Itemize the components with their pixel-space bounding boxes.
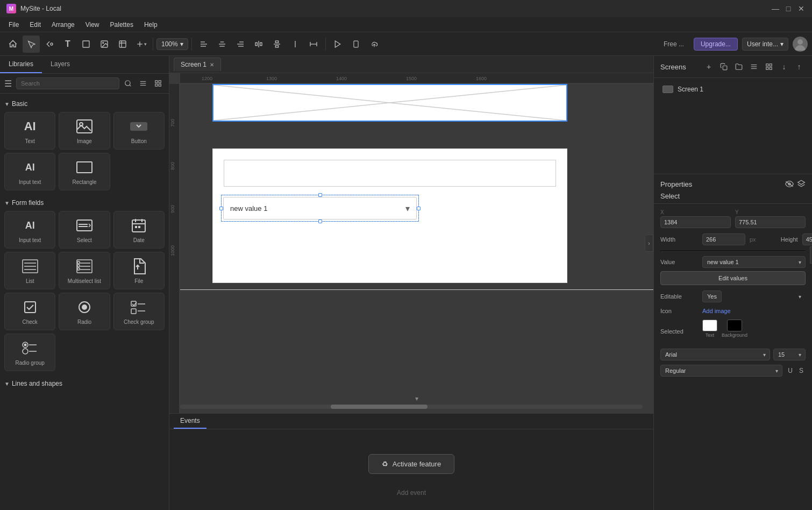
screen-item-1[interactable]: Screen 1 [658,82,808,96]
select-tool-button[interactable] [23,36,40,53]
activate-feature-button[interactable]: ♻ Activate feature [368,454,454,474]
close-button[interactable]: ✕ [797,4,806,13]
canvas-input-field[interactable] [224,160,556,187]
component-multiselect[interactable]: Multiselect list [59,252,110,289]
align-v-center-button[interactable] [287,36,304,53]
handle-left-middle[interactable] [219,207,223,210]
tab-libraries[interactable]: Libraries [0,56,42,73]
svg-rect-61 [77,265,80,267]
component-file[interactable]: File [113,252,165,289]
section-basic[interactable]: ▼ Basic [4,98,165,112]
tab-close-button[interactable]: ✕ [210,62,214,68]
upgrade-button[interactable]: Upgrade... [694,38,738,51]
menu-arrange[interactable]: Arrange [47,19,79,30]
editable-select[interactable]: Yes No [702,291,722,302]
prop-eye-button[interactable] [785,180,794,189]
handle-top-center[interactable] [318,193,322,197]
list-screens-button[interactable] [747,60,760,73]
canvas-horizontal-scrollbar[interactable] [180,405,643,409]
move-up-button[interactable]: ↑ [793,60,806,73]
draw-tool-button[interactable] [41,36,58,53]
right-panel-collapse[interactable]: › [645,235,653,252]
section-form-fields[interactable]: ▼ Form fields [4,197,165,211]
duplicate-screen-button[interactable] [717,60,730,73]
align-stretch-button[interactable] [305,36,322,53]
component-check[interactable]: Check [4,293,55,330]
menu-help[interactable]: Help [140,19,162,30]
align-right-button[interactable] [232,36,249,53]
bottom-panel: Events ♻ Activate feature Add event [169,413,653,510]
maximize-button[interactable]: □ [784,4,793,13]
grid-view-button[interactable] [152,77,165,90]
search-button[interactable] [122,77,134,90]
width-input[interactable] [702,233,745,245]
canvas-scroll-area[interactable]: new value 1 ▾ [180,84,653,413]
left-panel-collapse[interactable]: ‹ [810,246,812,264]
move-down-button[interactable]: ↓ [778,60,790,73]
edit-values-button[interactable]: Edit values [660,271,806,285]
mobile-preview-button[interactable] [347,36,365,53]
component-text[interactable]: AI Text [4,112,55,150]
component-input-text-basic[interactable]: AI Input text [4,153,55,190]
component-radio[interactable]: Radio [59,293,110,330]
height-input[interactable] [802,233,812,245]
svg-rect-94 [770,64,772,66]
handle-right-middle[interactable] [417,207,421,210]
pointer-tool-button[interactable] [114,36,131,53]
folder-screen-button[interactable] [732,60,745,73]
component-select[interactable]: Select [59,211,110,249]
component-form-input-text[interactable]: AI Input text [4,211,55,249]
menu-edit[interactable]: Edit [25,19,45,30]
user-avatar[interactable] [793,37,808,52]
rect-tool-button[interactable] [77,36,95,53]
canvas-divider [180,289,653,290]
component-list[interactable]: List [4,252,55,289]
tab-layers[interactable]: Layers [42,56,79,73]
add-image-button[interactable]: Add image [702,308,731,314]
grid-screens-button[interactable] [763,60,775,73]
bottom-tab-events[interactable]: Events [174,414,206,429]
text-tool-button[interactable]: T [59,36,76,53]
add-screen-button[interactable]: + [702,60,715,73]
section-lines-shapes[interactable]: ▼ Lines and shapes [4,378,165,392]
component-rectangle[interactable]: Rectangle [59,153,110,190]
search-input[interactable] [16,77,119,89]
list-view-button[interactable] [137,77,149,90]
cloud-button[interactable] [366,36,383,53]
y-input[interactable] [735,216,806,228]
component-check-group[interactable]: Check group [113,293,165,330]
align-left-button[interactable] [195,36,212,53]
underline-button[interactable]: U [786,366,795,376]
canvas-scroll-down-arrow[interactable]: ▾ [415,395,418,402]
component-image[interactable]: Image [59,112,110,150]
home-button[interactable] [4,36,22,53]
strikethrough-button[interactable]: S [797,366,806,376]
x-input[interactable] [660,216,731,228]
menu-palettes[interactable]: Palettes [106,19,138,30]
user-menu-button[interactable]: User inte... ▾ [742,38,788,51]
handle-bottom-center[interactable] [318,219,322,223]
canvas-dropdown[interactable]: new value 1 ▾ [223,197,417,219]
zoom-control[interactable]: 100% ▾ [156,38,188,50]
component-button[interactable]: Button [113,112,165,150]
font-style-select[interactable]: Regular Bold Italic [660,365,782,377]
bg-color-swatch[interactable] [727,320,742,331]
menu-file[interactable]: File [4,19,23,30]
component-date[interactable]: Date [113,211,165,249]
prop-layers-button[interactable] [797,180,806,189]
component-radio-group[interactable]: Radio group [4,334,55,371]
canvas-container[interactable]: 1200 1300 1400 1500 1600 700 800 900 100… [169,73,653,413]
align-center-button[interactable] [213,36,231,53]
distribute-v-button[interactable] [268,36,286,53]
canvas-tab-screen1[interactable]: Screen 1 ✕ [174,58,221,71]
text-color-swatch[interactable] [702,320,717,331]
distribute-h-button[interactable] [250,36,267,53]
menu-view[interactable]: View [81,19,104,30]
minimize-button[interactable]: — [771,4,780,13]
image-tool-button[interactable] [96,36,113,53]
font-family-select[interactable]: Arial [660,349,770,360]
value-select[interactable]: new value 1 [702,256,806,268]
font-size-select[interactable]: 15 12 14 16 18 [773,349,806,360]
preview-button[interactable] [329,36,346,53]
add-button[interactable]: ▾ [132,36,149,53]
